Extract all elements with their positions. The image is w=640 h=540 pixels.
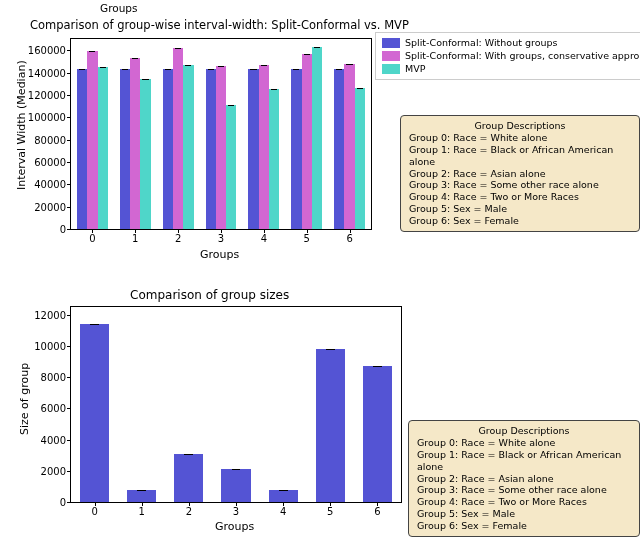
groupbox-line: Group 3: Race = Some other race alone xyxy=(417,484,631,496)
chart1-legend: Split-Conformal: Without groups Split-Co… xyxy=(375,32,640,80)
legend-item: Split-Conformal: With groups, conservati… xyxy=(382,50,640,63)
groupbox-line: Group 0: Race = White alone xyxy=(417,437,631,449)
chart1-bar xyxy=(163,69,173,229)
legend-item: Split-Conformal: Without groups xyxy=(382,37,640,50)
chart1-bar xyxy=(334,69,344,229)
groupbox-line: Group 0: Race = White alone xyxy=(409,132,631,144)
chart1-bar xyxy=(87,51,97,229)
chart2-bar xyxy=(174,454,203,502)
chart2-xlabel: Groups xyxy=(215,520,254,533)
legend-swatch xyxy=(382,51,400,61)
groupbox-title: Group Descriptions xyxy=(417,425,631,437)
cropped-prev-xlabel: Groups xyxy=(100,2,137,14)
chart1-bar xyxy=(130,58,140,229)
chart1-ytick: 40000 xyxy=(34,179,71,190)
legend-item: MVP xyxy=(382,63,640,76)
chart1-bar xyxy=(291,69,301,229)
groupbox-line: Group 1: Race = Black or African America… xyxy=(417,449,631,473)
chart1-bar xyxy=(120,69,130,229)
chart2-ytick: 12000 xyxy=(34,309,71,320)
chart2-bar xyxy=(269,490,298,502)
chart1-bar xyxy=(344,64,354,229)
groupbox-title: Group Descriptions xyxy=(409,120,631,132)
groupbox-line: Group 1: Race = Black or African America… xyxy=(409,144,631,168)
group-descriptions-box: Group DescriptionsGroup 0: Race = White … xyxy=(400,115,640,232)
chart2-plot-area: 0200040006000800010000120000123456 xyxy=(70,306,402,503)
chart1-bar xyxy=(140,79,150,229)
legend-label: Split-Conformal: Without groups xyxy=(405,37,557,50)
chart2-bar xyxy=(127,490,156,502)
chart2-bar xyxy=(80,324,109,502)
chart1-bar xyxy=(98,67,108,229)
chart1-bar xyxy=(312,47,322,229)
chart2-bar xyxy=(316,349,345,502)
chart1-bar xyxy=(355,88,365,229)
groupbox-line: Group 3: Race = Some other race alone xyxy=(409,179,631,191)
chart2-bar xyxy=(221,469,250,502)
chart1-bar xyxy=(269,89,279,229)
chart2-title: Comparison of group sizes xyxy=(130,288,289,302)
chart1-ytick: 100000 xyxy=(28,112,71,123)
chart1-bar xyxy=(183,65,193,229)
legend-label: Split-Conformal: With groups, conservati… xyxy=(405,50,640,63)
chart1-title: Comparison of group-wise interval-width:… xyxy=(30,18,409,32)
chart2-bar xyxy=(363,366,392,502)
chart1-ytick: 120000 xyxy=(28,89,71,100)
chart1-ytick: 20000 xyxy=(34,201,71,212)
chart1-ylabel: Interval Width (Median) xyxy=(15,60,28,190)
chart1-ytick: 140000 xyxy=(28,67,71,78)
chart1-xlabel: Groups xyxy=(200,248,239,261)
group-descriptions-box: Group DescriptionsGroup 0: Race = White … xyxy=(408,420,640,537)
chart1-bar xyxy=(226,105,236,229)
groupbox-line: Group 4: Race = Two or More Races xyxy=(417,496,631,508)
chart1-bar xyxy=(216,66,226,229)
chart1-bar xyxy=(248,69,258,229)
chart2-ylabel: Size of group xyxy=(18,363,31,435)
chart1-bar xyxy=(77,69,87,229)
groupbox-line: Group 6: Sex = Female xyxy=(409,215,631,227)
groupbox-line: Group 5: Sex = Male xyxy=(417,508,631,520)
chart1-bar xyxy=(302,54,312,229)
groupbox-line: Group 4: Race = Two or More Races xyxy=(409,191,631,203)
chart1-bar xyxy=(173,48,183,229)
chart1-plot-area: 0200004000060000800001000001200001400001… xyxy=(70,38,372,230)
legend-swatch xyxy=(382,38,400,48)
groupbox-line: Group 2: Race = Asian alone xyxy=(409,168,631,180)
chart2-ytick: 10000 xyxy=(34,341,71,352)
legend-label: MVP xyxy=(405,63,425,76)
chart1-ytick: 80000 xyxy=(34,134,71,145)
chart1-ytick: 60000 xyxy=(34,156,71,167)
legend-swatch xyxy=(382,64,400,74)
groupbox-line: Group 2: Race = Asian alone xyxy=(417,473,631,485)
chart1-ytick: 160000 xyxy=(28,45,71,56)
chart1-bar xyxy=(259,65,269,229)
groupbox-line: Group 5: Sex = Male xyxy=(409,203,631,215)
groupbox-line: Group 6: Sex = Female xyxy=(417,520,631,532)
chart1-bar xyxy=(206,69,216,229)
